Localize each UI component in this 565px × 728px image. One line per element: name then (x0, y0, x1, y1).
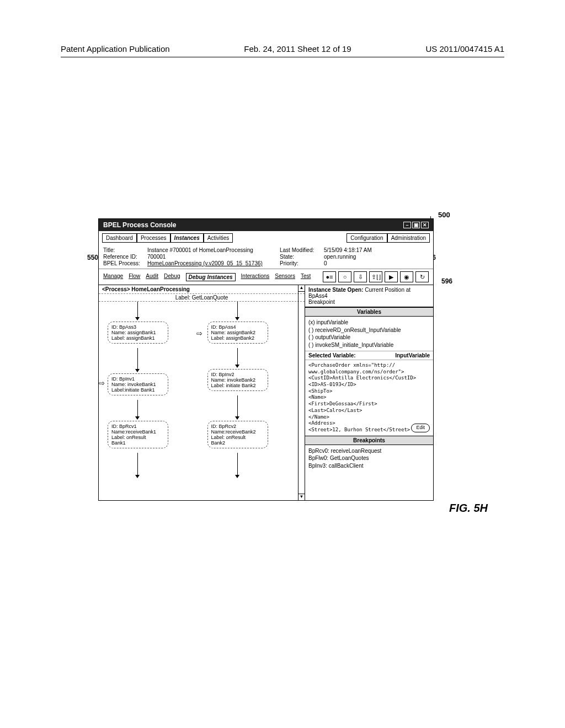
variable-item[interactable]: ( ) invokeSM_initiate_InputVariable (308, 341, 430, 349)
node-name: Name:receiveBank2 (211, 429, 264, 435)
meta-priority-label: Priority: (280, 260, 324, 266)
flow-node-bprcv2[interactable]: ID: BpRcv2 Name:receiveBank2 Label: onRe… (207, 421, 268, 448)
meta-process-value[interactable]: HomeLoanProcessing (v.v2009_05_15_51736) (147, 260, 280, 266)
titlebar: BPEL Process Console – ▣ ✕ (99, 219, 433, 231)
subtab-interactions[interactable]: Interactions (241, 273, 270, 281)
maximize-icon[interactable]: ▣ (412, 222, 420, 228)
subtab-debug[interactable]: Debug (164, 273, 180, 281)
main-tabs-left: Dashboard Processes Instances Activities (102, 233, 233, 243)
variable-item[interactable]: (x) inputVariable (308, 319, 430, 326)
minimize-icon[interactable]: – (403, 222, 411, 228)
arrow-head-icon (135, 475, 140, 478)
subtab-manage[interactable]: Manage (103, 273, 123, 281)
flow-node-bpass4[interactable]: ID: BpAss4 Name: assignBank2 Label: assi… (207, 322, 268, 344)
flow-body: ID: BpAss3 Name: assignBank1 Label: assi… (99, 302, 305, 484)
subtab-test[interactable]: Test (301, 273, 311, 281)
breakpoint-item[interactable]: BpRcv0: receiveLoanRequest (308, 447, 430, 455)
arrow-head-icon (235, 317, 239, 320)
flow-arrow (237, 453, 238, 475)
variable-item[interactable]: ( ) outputVariable (308, 334, 430, 341)
flow-arrow (137, 302, 138, 317)
tab-instances[interactable]: Instances (170, 233, 204, 243)
edit-button[interactable]: Edit (411, 424, 430, 432)
instance-metadata: Title: Instance #700001 of HomeLoanProce… (99, 245, 433, 269)
watch-icon[interactable]: ◉ (400, 271, 413, 282)
variable-item[interactable]: ( ) receiveRD_onResult_InputVariable (308, 326, 430, 334)
resume-icon[interactable]: ▶ (385, 271, 398, 282)
arrow-head-icon (135, 317, 140, 320)
callout-550: 550 (87, 254, 98, 261)
flow-process-title: <Process> HomeLoanProcessing (99, 285, 305, 294)
debug-toolbar: ●≡ ○ ⇩ ⇪⌊⌋ ▶ ◉ ↻ (323, 271, 429, 282)
breakpoint-item[interactable]: BpFlw0: GetLoanQuotes (308, 454, 430, 462)
xml-line: <PurchaseOrder xmlns="http:// (308, 362, 430, 369)
xml-line: www.globalcompany.com/ns/order"> (308, 369, 430, 376)
tab-configuration[interactable]: Configuration (347, 233, 387, 243)
app-window: BPEL Process Console – ▣ ✕ Dashboard Pro… (98, 218, 434, 501)
meta-priority-value: 0 (324, 260, 385, 266)
meta-lastmod-label: Last Modified: (280, 247, 324, 253)
flow-arrow (237, 302, 238, 317)
callout-596: 596 (441, 277, 452, 285)
subtab-debug-instances[interactable]: Debug Instances (186, 273, 236, 281)
flow-node-bpinv2[interactable]: ID: BpInv2 Name: invokeBank2 Label: init… (207, 369, 268, 391)
meta-state-label: State: (280, 254, 324, 260)
breakpoint-item[interactable]: BpInv3: callBackClient (308, 462, 430, 470)
scroll-up-icon[interactable]: ▲ (299, 285, 305, 292)
node-label2: Bank1 (111, 440, 164, 446)
header-right: US 2011/0047415 A1 (425, 44, 504, 53)
node-id: ID: BpAss3 (111, 324, 164, 330)
step-into-icon[interactable]: ⇩ (354, 271, 367, 282)
figure-label: FIG. 5H (449, 502, 488, 515)
subtab-flow[interactable]: Flow (129, 273, 140, 281)
flow-node-bprcv1[interactable]: ID: BpRcv1 Name:receiveBank1 Label: onRe… (108, 421, 168, 448)
node-label: Label: onResult (211, 435, 264, 440)
state-bold: Instance State Open: (308, 287, 363, 293)
tab-processes[interactable]: Processes (137, 233, 170, 243)
selected-variable-label: Selected Variable: (308, 352, 356, 358)
breakpoint-label: Breakpoint (308, 299, 335, 305)
flow-node-bpass3[interactable]: ID: BpAss3 Name: assignBank1 Label: assi… (108, 322, 168, 344)
header-left: Patent Application Publication (61, 44, 170, 53)
tab-dashboard[interactable]: Dashboard (102, 233, 137, 243)
page-header: Patent Application Publication Feb. 24, … (61, 44, 504, 57)
flow-arrow (137, 400, 138, 416)
close-icon[interactable]: ✕ (421, 222, 429, 228)
meta-refid-value: 700001 (147, 254, 280, 260)
meta-refid-label: Reference ID: (103, 254, 147, 260)
main-tabs-right: Configuration Administration (347, 233, 430, 243)
node-label: Label:initiate Bank1 (111, 387, 164, 393)
node-id: ID: BpRcv1 (111, 424, 164, 429)
flow-arrow (237, 348, 238, 365)
node-id: ID: BpAss4 (211, 324, 264, 330)
breakpoint-icon[interactable]: ●≡ (323, 271, 336, 282)
xml-line: <ShipTo> (308, 388, 430, 395)
step-over-icon[interactable]: ○ (338, 271, 351, 282)
arrow-head-icon (135, 416, 140, 420)
node-name: Name: assignBank1 (111, 330, 164, 335)
step-out-icon[interactable]: ⇪⌊⌋ (369, 271, 382, 282)
flow-node-bpinv1[interactable]: ID: BpInv1 Name: invokeBank1 Label:initi… (108, 373, 168, 395)
header-center: Feb. 24, 2011 Sheet 12 of 19 (244, 44, 351, 53)
node-label: Label: initiate Bank2 (211, 383, 264, 388)
subtabs: Manage Flow Audit Debug Debug Instances … (103, 273, 311, 281)
window-controls: – ▣ ✕ (403, 222, 429, 228)
scroll-down-icon[interactable]: ▼ (299, 494, 305, 500)
subtab-audit[interactable]: Audit (146, 273, 158, 281)
breakpoints-list: BpRcv0: receiveLoanRequest BpFlw0: GetLo… (305, 445, 433, 472)
tab-administration[interactable]: Administration (387, 233, 430, 243)
flow-arrow (137, 453, 138, 475)
flow-scrollbar[interactable]: ▲ ▼ (298, 285, 305, 500)
subtab-sensors[interactable]: Sensors (275, 273, 295, 281)
node-id: ID: BpInv1 (111, 376, 164, 382)
meta-process-label: BPEL Process: (103, 260, 147, 266)
current-pointer-icon: ⇨ (196, 329, 202, 338)
node-label: Label: onResult (111, 435, 164, 440)
refresh-icon[interactable]: ↻ (415, 271, 429, 282)
details-pane: Instance State Open: Current Position at… (305, 285, 433, 500)
tab-activities[interactable]: Activities (204, 233, 233, 243)
flow-column-right: ⇨ ID: BpAss4 Name: assignBank2 Label: as… (202, 302, 305, 484)
content-row: <Process> HomeLoanProcessing Label: GetL… (99, 285, 433, 500)
xml-line: <Last>Calro</Last> (308, 408, 430, 414)
flow-column-left: ID: BpAss3 Name: assignBank1 Label: assi… (99, 302, 202, 484)
